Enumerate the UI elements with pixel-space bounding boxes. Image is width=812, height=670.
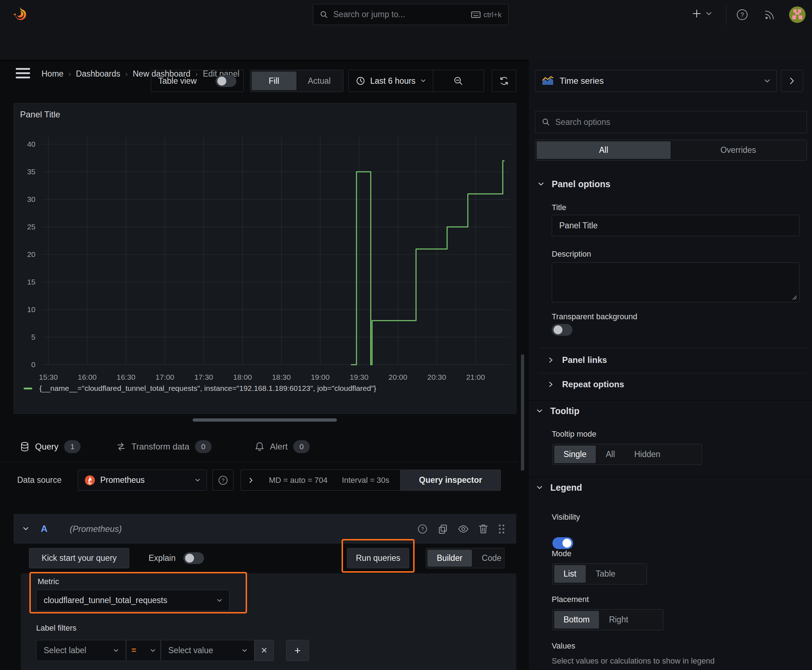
editor-tabs-bar: Query 1 Transform data 0 Alert 0 bbox=[0, 435, 518, 462]
repeat-options-section-header[interactable]: Repeat options bbox=[549, 379, 624, 389]
grafana-logo[interactable] bbox=[12, 6, 28, 23]
delete-query-icon[interactable] bbox=[478, 524, 488, 535]
help-button[interactable]: ? bbox=[736, 8, 749, 21]
tab-alert-label: Alert bbox=[270, 442, 288, 452]
interval-stat: Interval = 30s bbox=[342, 475, 390, 485]
time-range-picker[interactable]: Last 6 hours bbox=[349, 70, 433, 91]
actual-option[interactable]: Actual bbox=[297, 71, 342, 90]
svg-text:20: 20 bbox=[27, 250, 36, 259]
metric-select[interactable]: cloudflared_tunnel_total_requests bbox=[36, 590, 229, 611]
visualization-picker[interactable]: Time series bbox=[535, 70, 777, 92]
options-search-input[interactable]: Search options bbox=[535, 111, 807, 133]
query-datasource-hint: (Prometheus) bbox=[70, 524, 122, 534]
remove-filter-button[interactable]: ✕ bbox=[254, 640, 274, 661]
run-queries-button[interactable]: Run queries bbox=[347, 548, 409, 568]
toggle-knob bbox=[217, 76, 226, 86]
mega-menu-button[interactable] bbox=[16, 66, 30, 81]
tooltip-hidden-option[interactable]: Hidden bbox=[625, 446, 670, 463]
refresh-button[interactable] bbox=[492, 70, 516, 92]
visualization-name: Time series bbox=[559, 76, 603, 86]
tooltip-all-option[interactable]: All bbox=[597, 446, 624, 463]
legend-placement-bottom-option[interactable]: Bottom bbox=[554, 611, 599, 628]
panel-links-section-header[interactable]: Panel links bbox=[549, 355, 607, 365]
hamburger-icon bbox=[16, 68, 30, 70]
breadcrumb-dashboards[interactable]: Dashboards bbox=[76, 69, 120, 79]
svg-text:16:00: 16:00 bbox=[78, 373, 97, 381]
search-shortcut: ctrl+k bbox=[471, 10, 502, 19]
chart-panel: Panel Title 051015202530354015:3016:0016… bbox=[14, 103, 516, 414]
select-label-dropdown[interactable]: Select label bbox=[36, 640, 126, 661]
kickstart-query-button[interactable]: Kick start your query bbox=[29, 548, 129, 568]
duplicate-query-icon[interactable] bbox=[437, 524, 448, 535]
search-shortcut-text: ctrl+k bbox=[483, 10, 502, 19]
datasource-picker[interactable]: Prometheus bbox=[78, 470, 207, 491]
chevron-right-icon: › bbox=[63, 70, 76, 78]
legend-mode-list-option[interactable]: List bbox=[554, 565, 586, 583]
select-label-placeholder: Select label bbox=[44, 646, 86, 655]
avatar-image bbox=[789, 7, 805, 23]
query-help-icon[interactable]: ? bbox=[417, 523, 428, 535]
query-row-header[interactable]: A (Prometheus) ? bbox=[14, 514, 516, 544]
options-search-placeholder: Search options bbox=[555, 117, 610, 127]
news-button[interactable] bbox=[763, 8, 776, 21]
toggle-viz-picker-button[interactable] bbox=[781, 70, 803, 92]
builder-option[interactable]: Builder bbox=[427, 550, 472, 567]
horizontal-scrollbar[interactable] bbox=[193, 418, 337, 421]
tab-query-label: Query bbox=[35, 442, 58, 452]
chevron-down-icon bbox=[114, 649, 119, 653]
avatar[interactable] bbox=[789, 7, 805, 23]
table-view-label: Table view bbox=[158, 76, 197, 86]
close-icon: ✕ bbox=[261, 646, 268, 655]
fill-option[interactable]: Fill bbox=[252, 71, 297, 90]
resize-handle-icon[interactable] bbox=[792, 295, 797, 300]
tab-transform[interactable]: Transform data 0 bbox=[116, 437, 212, 457]
transparent-background-label: Transparent background bbox=[552, 312, 637, 321]
table-view-switch[interactable] bbox=[215, 75, 236, 87]
explain-switch[interactable] bbox=[183, 552, 204, 564]
tooltip-single-option[interactable]: Single bbox=[554, 446, 596, 463]
breadcrumb-home[interactable]: Home bbox=[42, 69, 63, 79]
panel-title-input[interactable]: Panel Title bbox=[552, 215, 800, 236]
description-textarea[interactable] bbox=[552, 262, 800, 303]
operator-dropdown[interactable]: = bbox=[126, 640, 161, 661]
keyboard-icon bbox=[471, 11, 480, 18]
legend-values-help: Select values or calculations to show in… bbox=[552, 656, 715, 666]
datasource-help-button[interactable]: ? bbox=[212, 470, 234, 491]
svg-text:?: ? bbox=[222, 477, 224, 483]
select-value-dropdown[interactable]: Select value bbox=[161, 640, 254, 661]
section-divider bbox=[538, 373, 807, 373]
label-filters-label: Label filters bbox=[36, 623, 76, 633]
chevron-down-icon[interactable] bbox=[23, 527, 29, 531]
panel-options-section-header[interactable]: Panel options bbox=[538, 179, 610, 189]
legend-placement-label: Placement bbox=[552, 595, 589, 604]
tab-overrides[interactable]: Overrides bbox=[671, 141, 805, 159]
transform-icon bbox=[116, 442, 125, 451]
legend-mode-table-option[interactable]: Table bbox=[587, 565, 625, 583]
legend-section-header[interactable]: Legend bbox=[537, 482, 582, 493]
global-search-input[interactable]: Search or jump to... ctrl+k bbox=[313, 4, 509, 25]
table-view-toggle[interactable]: Table view bbox=[151, 70, 244, 92]
grafana-logo-icon bbox=[12, 6, 28, 23]
transparent-background-switch[interactable] bbox=[552, 324, 573, 336]
chevron-right-icon[interactable] bbox=[249, 477, 253, 484]
chevron-down-icon bbox=[537, 409, 542, 413]
legend-item[interactable]: {__name__="cloudflared_tunnel_total_requ… bbox=[24, 384, 376, 393]
panel-options-header: Panel options bbox=[552, 179, 610, 189]
svg-text:20:00: 20:00 bbox=[388, 373, 407, 381]
tab-query[interactable]: Query 1 bbox=[20, 437, 81, 457]
hide-query-icon[interactable] bbox=[458, 524, 469, 535]
tooltip-section-header[interactable]: Tooltip bbox=[537, 406, 579, 416]
vertical-scrollbar[interactable] bbox=[521, 354, 524, 470]
legend-visibility-switch[interactable] bbox=[553, 537, 573, 549]
query-inspector-button[interactable]: Query inspector bbox=[400, 470, 501, 491]
drag-handle-icon[interactable] bbox=[498, 523, 505, 535]
legend-placement-right-option[interactable]: Right bbox=[600, 611, 637, 628]
zoom-out-button[interactable] bbox=[433, 70, 484, 91]
tab-alert[interactable]: Alert 0 bbox=[255, 437, 310, 457]
hamburger-icon-bar bbox=[16, 76, 30, 78]
new-menu-button[interactable] bbox=[691, 8, 712, 19]
svg-text:5: 5 bbox=[31, 333, 36, 341]
tab-all[interactable]: All bbox=[537, 141, 671, 159]
add-filter-button[interactable]: + bbox=[286, 640, 309, 661]
code-option[interactable]: Code bbox=[473, 550, 511, 567]
